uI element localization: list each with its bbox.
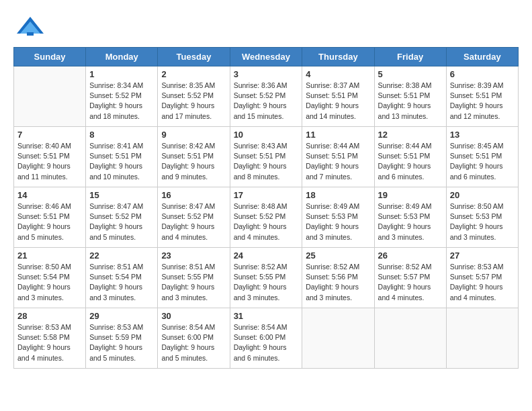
calendar-day-8: 8Sunrise: 8:41 AM Sunset: 5:51 PM Daylig…	[86, 127, 158, 187]
calendar-header-saturday: Saturday	[446, 48, 518, 66]
day-number: 4	[306, 69, 370, 79]
day-number: 16	[161, 190, 226, 200]
calendar-day-12: 12Sunrise: 8:44 AM Sunset: 5:51 PM Dayli…	[374, 127, 446, 187]
day-info: Sunrise: 8:35 AM Sunset: 5:52 PM Dayligh…	[161, 81, 226, 122]
day-number: 2	[161, 69, 226, 79]
day-info: Sunrise: 8:54 AM Sunset: 6:00 PM Dayligh…	[234, 322, 299, 363]
day-number: 25	[306, 250, 370, 261]
day-number: 28	[17, 311, 82, 321]
day-number: 15	[89, 190, 154, 200]
day-info: Sunrise: 8:44 AM Sunset: 5:51 PM Dayligh…	[306, 141, 370, 182]
calendar-header-sunday: Sunday	[14, 48, 86, 66]
day-number: 7	[17, 130, 82, 140]
day-info: Sunrise: 8:49 AM Sunset: 5:53 PM Dayligh…	[378, 201, 443, 242]
calendar-empty-cell	[302, 308, 374, 369]
calendar-day-3: 3Sunrise: 8:36 AM Sunset: 5:52 PM Daylig…	[230, 66, 302, 127]
calendar-day-6: 6Sunrise: 8:39 AM Sunset: 5:51 PM Daylig…	[446, 66, 518, 127]
day-info: Sunrise: 8:46 AM Sunset: 5:51 PM Dayligh…	[17, 201, 82, 242]
calendar-week-row: 7Sunrise: 8:40 AM Sunset: 5:51 PM Daylig…	[14, 127, 519, 187]
calendar-week-row: 1Sunrise: 8:34 AM Sunset: 5:52 PM Daylig…	[14, 66, 519, 127]
calendar-day-11: 11Sunrise: 8:44 AM Sunset: 5:51 PM Dayli…	[302, 127, 374, 187]
day-number: 23	[161, 250, 226, 261]
day-number: 21	[17, 250, 82, 261]
day-number: 5	[378, 69, 443, 79]
day-number: 24	[234, 250, 299, 261]
day-number: 31	[234, 311, 299, 321]
calendar-day-4: 4Sunrise: 8:37 AM Sunset: 5:51 PM Daylig…	[302, 66, 374, 127]
calendar-header-row: SundayMondayTuesdayWednesdayThursdayFrid…	[14, 48, 519, 66]
day-number: 9	[161, 130, 226, 140]
day-info: Sunrise: 8:52 AM Sunset: 5:57 PM Dayligh…	[378, 262, 443, 303]
calendar-empty-cell	[14, 66, 86, 127]
day-info: Sunrise: 8:42 AM Sunset: 5:51 PM Dayligh…	[161, 141, 226, 182]
calendar-day-23: 23Sunrise: 8:51 AM Sunset: 5:55 PM Dayli…	[158, 248, 230, 308]
calendar-day-2: 2Sunrise: 8:35 AM Sunset: 5:52 PM Daylig…	[158, 66, 230, 127]
day-info: Sunrise: 8:51 AM Sunset: 5:54 PM Dayligh…	[89, 262, 154, 303]
day-info: Sunrise: 8:51 AM Sunset: 5:55 PM Dayligh…	[161, 262, 226, 303]
day-info: Sunrise: 8:45 AM Sunset: 5:51 PM Dayligh…	[450, 141, 515, 182]
calendar-day-9: 9Sunrise: 8:42 AM Sunset: 5:51 PM Daylig…	[158, 127, 230, 187]
calendar-day-28: 28Sunrise: 8:53 AM Sunset: 5:58 PM Dayli…	[14, 308, 86, 369]
calendar-day-20: 20Sunrise: 8:50 AM Sunset: 5:53 PM Dayli…	[446, 187, 518, 248]
day-info: Sunrise: 8:39 AM Sunset: 5:51 PM Dayligh…	[450, 81, 515, 122]
calendar-header-friday: Friday	[374, 48, 446, 66]
day-number: 12	[378, 130, 443, 140]
day-info: Sunrise: 8:53 AM Sunset: 5:59 PM Dayligh…	[89, 322, 154, 363]
calendar-header-wednesday: Wednesday	[230, 48, 302, 66]
day-info: Sunrise: 8:44 AM Sunset: 5:51 PM Dayligh…	[378, 141, 443, 182]
svg-rect-2	[27, 32, 34, 36]
calendar-day-19: 19Sunrise: 8:49 AM Sunset: 5:53 PM Dayli…	[374, 187, 446, 248]
calendar-day-29: 29Sunrise: 8:53 AM Sunset: 5:59 PM Dayli…	[86, 308, 158, 369]
calendar-header-monday: Monday	[86, 48, 158, 66]
day-number: 20	[450, 190, 515, 200]
day-info: Sunrise: 8:40 AM Sunset: 5:51 PM Dayligh…	[17, 141, 82, 182]
calendar-week-row: 14Sunrise: 8:46 AM Sunset: 5:51 PM Dayli…	[14, 187, 519, 248]
day-info: Sunrise: 8:38 AM Sunset: 5:51 PM Dayligh…	[378, 81, 443, 122]
calendar-day-16: 16Sunrise: 8:47 AM Sunset: 5:52 PM Dayli…	[158, 187, 230, 248]
day-info: Sunrise: 8:41 AM Sunset: 5:51 PM Dayligh…	[89, 141, 154, 182]
day-number: 6	[450, 69, 515, 79]
calendar-header-tuesday: Tuesday	[158, 48, 230, 66]
calendar-day-5: 5Sunrise: 8:38 AM Sunset: 5:51 PM Daylig…	[374, 66, 446, 127]
day-number: 10	[234, 130, 299, 140]
day-info: Sunrise: 8:47 AM Sunset: 5:52 PM Dayligh…	[161, 201, 226, 242]
calendar-empty-cell	[446, 308, 518, 369]
calendar-day-7: 7Sunrise: 8:40 AM Sunset: 5:51 PM Daylig…	[14, 127, 86, 187]
calendar-day-25: 25Sunrise: 8:52 AM Sunset: 5:56 PM Dayli…	[302, 248, 374, 308]
day-number: 13	[450, 130, 515, 140]
day-info: Sunrise: 8:49 AM Sunset: 5:53 PM Dayligh…	[306, 201, 370, 242]
header	[13, 13, 519, 40]
calendar-day-18: 18Sunrise: 8:49 AM Sunset: 5:53 PM Dayli…	[302, 187, 374, 248]
calendar-day-17: 17Sunrise: 8:48 AM Sunset: 5:52 PM Dayli…	[230, 187, 302, 248]
day-info: Sunrise: 8:50 AM Sunset: 5:53 PM Dayligh…	[450, 201, 515, 242]
calendar-day-14: 14Sunrise: 8:46 AM Sunset: 5:51 PM Dayli…	[14, 187, 86, 248]
day-number: 8	[89, 130, 154, 140]
day-number: 29	[89, 311, 154, 321]
day-number: 27	[450, 250, 515, 261]
calendar-week-row: 28Sunrise: 8:53 AM Sunset: 5:58 PM Dayli…	[14, 308, 519, 369]
day-info: Sunrise: 8:43 AM Sunset: 5:51 PM Dayligh…	[234, 141, 299, 182]
day-number: 11	[306, 130, 370, 140]
calendar-day-21: 21Sunrise: 8:50 AM Sunset: 5:54 PM Dayli…	[14, 248, 86, 308]
calendar-day-15: 15Sunrise: 8:47 AM Sunset: 5:52 PM Dayli…	[86, 187, 158, 248]
day-number: 30	[161, 311, 226, 321]
day-info: Sunrise: 8:52 AM Sunset: 5:55 PM Dayligh…	[234, 262, 299, 303]
day-number: 18	[306, 190, 370, 200]
day-info: Sunrise: 8:50 AM Sunset: 5:54 PM Dayligh…	[17, 262, 82, 303]
day-info: Sunrise: 8:52 AM Sunset: 5:56 PM Dayligh…	[306, 262, 370, 303]
calendar-day-24: 24Sunrise: 8:52 AM Sunset: 5:55 PM Dayli…	[230, 248, 302, 308]
logo-icon	[13, 13, 47, 40]
day-number: 19	[378, 190, 443, 200]
calendar-empty-cell	[374, 308, 446, 369]
day-info: Sunrise: 8:48 AM Sunset: 5:52 PM Dayligh…	[234, 201, 299, 242]
day-info: Sunrise: 8:37 AM Sunset: 5:51 PM Dayligh…	[306, 81, 370, 122]
calendar-day-1: 1Sunrise: 8:34 AM Sunset: 5:52 PM Daylig…	[86, 66, 158, 127]
day-info: Sunrise: 8:36 AM Sunset: 5:52 PM Dayligh…	[234, 81, 299, 122]
day-number: 22	[89, 250, 154, 261]
day-info: Sunrise: 8:53 AM Sunset: 5:58 PM Dayligh…	[17, 322, 82, 363]
calendar-day-22: 22Sunrise: 8:51 AM Sunset: 5:54 PM Dayli…	[86, 248, 158, 308]
calendar-header-thursday: Thursday	[302, 48, 374, 66]
day-number: 26	[378, 250, 443, 261]
calendar-day-26: 26Sunrise: 8:52 AM Sunset: 5:57 PM Dayli…	[374, 248, 446, 308]
day-number: 3	[234, 69, 299, 79]
